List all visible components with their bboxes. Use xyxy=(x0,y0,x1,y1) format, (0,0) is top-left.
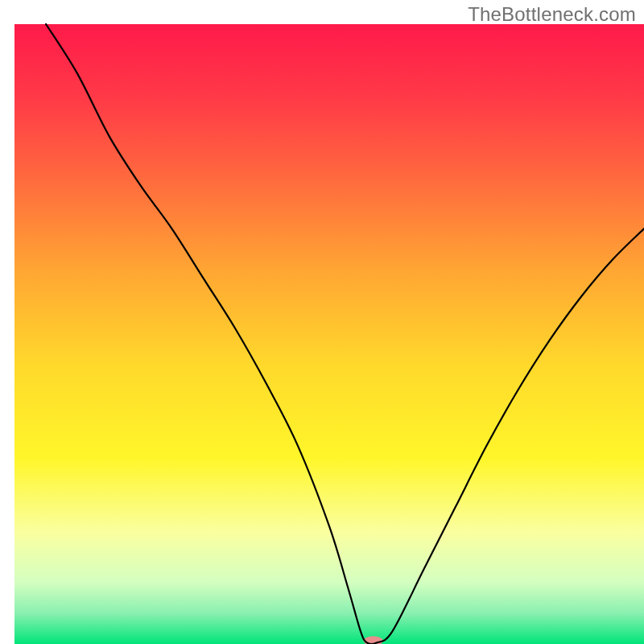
chart-svg xyxy=(0,0,644,644)
gradient-background xyxy=(14,24,644,644)
watermark-text: TheBottleneck.com xyxy=(468,3,636,26)
bottleneck-chart: TheBottleneck.com xyxy=(0,0,644,644)
